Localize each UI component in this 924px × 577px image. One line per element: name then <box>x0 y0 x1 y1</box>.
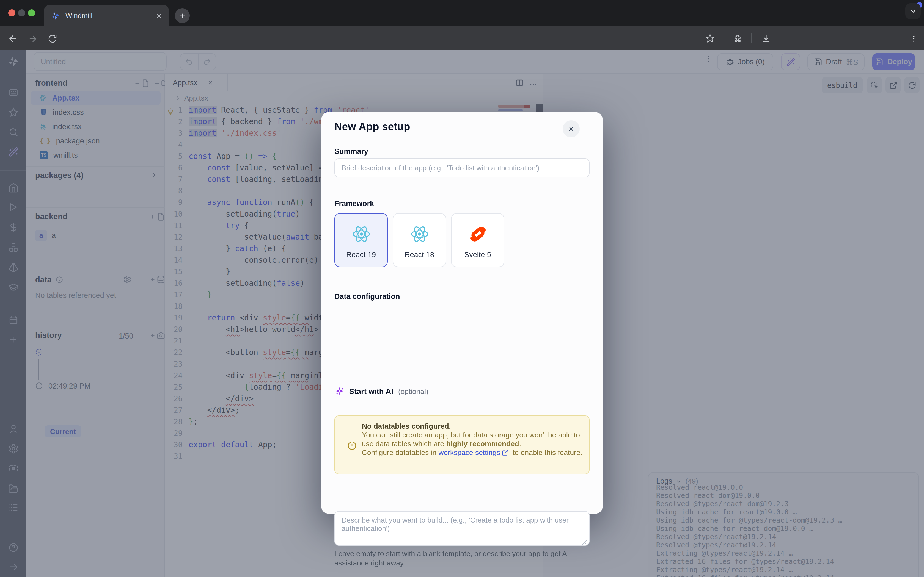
window-minimize-button[interactable] <box>18 9 25 16</box>
new-app-setup-modal: New App setup Summary Framework React 19… <box>321 112 603 514</box>
workspace-settings-link[interactable]: workspace settings <box>439 448 500 457</box>
svelte-logo-icon <box>452 225 504 243</box>
framework-card-label: Svelte 5 <box>452 251 504 259</box>
new-tab-button[interactable] <box>175 8 190 23</box>
external-link-icon[interactable] <box>502 449 509 456</box>
window-close-button[interactable] <box>8 9 15 16</box>
star-icon <box>705 34 715 44</box>
browser-tab-strip: Windmill <box>0 0 924 26</box>
modal-title: New App setup <box>334 121 410 133</box>
warning-line-2: use data tables which are highly recomme… <box>362 440 521 448</box>
ai-section-header: Start with AI (optional) <box>335 387 428 396</box>
arrow-right-icon <box>27 33 38 44</box>
warning-line-3: Configure datatables in workspace settin… <box>362 448 582 457</box>
extensions-puzzle-icon <box>733 34 742 43</box>
chevron-down-icon <box>909 8 917 15</box>
resize-grip[interactable] <box>582 540 587 545</box>
datatables-warning: No datatables configured. You can still … <box>334 416 590 474</box>
kebab-menu-icon <box>909 34 918 43</box>
circle-alert-icon <box>347 441 357 451</box>
framework-card-label: React 18 <box>393 251 446 259</box>
data-configuration-label: Data configuration <box>334 292 400 301</box>
warning-line-1: You can still create an app, but for dat… <box>362 431 580 439</box>
summary-label: Summary <box>334 147 368 156</box>
framework-card-react-18[interactable]: React 18 <box>393 213 446 267</box>
framework-card-react-19[interactable]: React 19 <box>334 213 388 267</box>
ai-optional-label: (optional) <box>398 387 428 396</box>
screen: Windmill <box>0 0 924 577</box>
arrow-left-icon <box>7 33 18 44</box>
sparkles-icon <box>335 387 344 396</box>
framework-card-label: React 19 <box>335 251 387 259</box>
browser-toolbar: app.windmill.dev/apps_raw/add?nodraft=tr… <box>0 26 924 50</box>
download-icon <box>761 34 771 44</box>
react-logo-icon <box>335 225 387 243</box>
summary-input[interactable] <box>334 158 590 177</box>
ai-label: Start with AI <box>349 387 393 396</box>
tab-search-button[interactable] <box>905 3 921 19</box>
window-zoom-button[interactable] <box>28 9 35 16</box>
extensions-button[interactable] <box>730 31 745 46</box>
downloads-button[interactable] <box>759 31 773 46</box>
reload-icon <box>48 34 57 43</box>
tab-close-icon[interactable] <box>156 12 162 19</box>
react-logo-icon <box>393 225 446 243</box>
reload-button[interactable] <box>45 31 60 46</box>
windmill-favicon <box>51 11 60 20</box>
tab-title: Windmill <box>65 11 156 20</box>
framework-card-svelte-5[interactable]: Svelte 5 <box>451 213 504 267</box>
forward-button[interactable] <box>25 31 40 46</box>
back-button[interactable] <box>5 31 20 46</box>
warning-title: No datatables configured. <box>362 422 451 430</box>
browser-tab[interactable]: Windmill <box>44 5 169 26</box>
toolbar-divider <box>751 33 752 44</box>
ai-helper-text: Leave empty to start with a blank templa… <box>334 550 586 568</box>
bookmark-button[interactable] <box>703 31 717 46</box>
modal-close-button[interactable] <box>563 120 580 137</box>
ai-prompt-textarea[interactable] <box>334 511 590 546</box>
close-icon <box>568 125 575 132</box>
plus-icon <box>178 12 186 19</box>
framework-label: Framework <box>334 200 374 208</box>
browser-menu-button[interactable] <box>906 31 921 46</box>
